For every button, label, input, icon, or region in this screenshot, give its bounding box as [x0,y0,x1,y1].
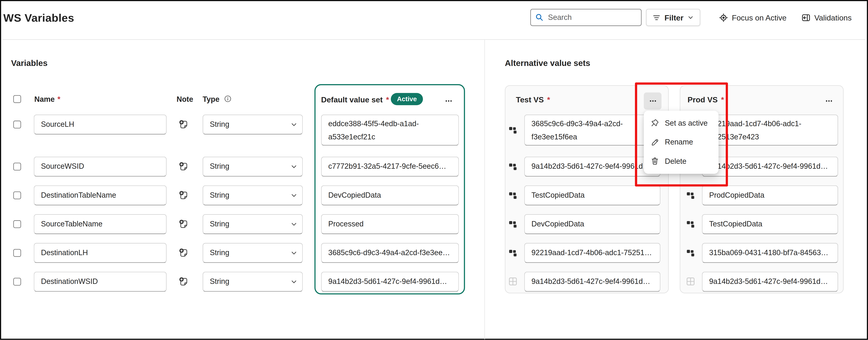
row-checkbox[interactable] [13,191,21,199]
header-divider [2,39,866,40]
add-note-icon[interactable] [179,120,188,129]
menu-item-set-as-active[interactable]: Set as active [644,114,718,132]
menu-item-rename[interactable]: Rename [644,132,718,152]
row-checkbox[interactable] [13,121,21,128]
type-select-value: String [210,162,229,171]
screenshot-stage: WS Variables Search Filter Focus on Acti… [0,0,868,340]
pencil-icon [650,137,659,147]
prod-vs-value-input[interactable]: 9a14b2d3-5d61-427c-9ef4-9961d… [702,272,838,291]
variable-name-input[interactable]: DestinationLH [34,243,166,263]
note-column-header: Note [177,95,193,103]
type-select-value: String [210,191,229,199]
focus-target-icon [719,13,728,22]
prod-vs-more-button[interactable] [823,96,835,105]
chevron-down-icon [291,221,297,227]
variable-set-icon [508,248,517,257]
default-value-input[interactable]: 9a14b2d3-5d61-427c-9ef4-9961d… [321,272,459,291]
prod-vs-value-input[interactable]: 92219aad-1cd7-4b06-adc1-752513e7e423 [702,115,838,146]
test-vs-value-input[interactable]: TestCopiedData [524,185,660,205]
default-value-set-title: Default value set* [321,95,389,104]
prod-vs-value-input[interactable]: ProdCopiedData [702,185,838,205]
variable-name-input[interactable]: SourceTableName [34,214,166,234]
value-set-context-menu: Set as active Rename Delete [644,111,718,174]
filter-icon [653,13,660,21]
name-required-mark: * [58,95,60,103]
menu-item-label: Delete [665,157,686,165]
focus-on-active-button[interactable]: Focus on Active [719,9,786,26]
test-vs-value-input[interactable]: DevCopiedData [524,214,660,234]
type-select[interactable]: String [203,243,303,263]
type-select[interactable]: String [203,157,303,177]
prod-vs-value-input[interactable]: 9a14b2d3-5d61-427c-9ef4-9961d… [702,157,838,177]
more-horizontal-icon [648,97,657,105]
default-value-input[interactable]: DevCopiedData [321,185,459,205]
test-vs-value-input[interactable]: 3685c9c6-d9c3-49a4-a2cd-f3e3ee15f6ea [524,115,660,146]
variable-name-input[interactable]: SourceWSID [34,157,166,177]
alternative-value-sets-heading: Alternative value sets [505,58,590,67]
prod-vs-value-input[interactable]: 315ba069-0431-4180-bf7a-84563… [702,243,838,263]
default-value-input[interactable]: 3685c9c6-d9c3-49a4-a2cd-f3e3ee… [321,243,459,263]
type-select-value: String [210,277,229,285]
default-value-set-more-button[interactable] [442,96,455,105]
add-note-icon[interactable] [179,219,188,228]
focus-on-active-label: Focus on Active [732,13,786,22]
prod-vs-title: Prod VS* [688,95,724,104]
row-checkbox[interactable] [13,163,21,170]
type-select[interactable]: String [203,272,303,291]
chevron-down-icon [291,121,297,128]
name-column-header: Name* [34,95,60,103]
menu-item-label: Set as active [665,119,708,127]
variable-name-input[interactable]: SourceLH [34,115,166,134]
pin-icon [650,119,659,127]
variable-set-icon [508,220,517,228]
add-note-icon[interactable] [179,190,188,200]
filter-button[interactable]: Filter [646,9,700,26]
prod-vs-value-input[interactable]: TestCopiedData [702,214,838,234]
validations-button[interactable]: Validations [802,9,851,26]
prod-vs-label: Prod VS [688,95,718,104]
validations-label: Validations [814,13,851,22]
page-title: WS Variables [3,11,74,24]
type-info-icon[interactable] [224,95,231,102]
variable-set-icon [508,162,517,171]
chevron-down-icon [291,278,297,285]
add-note-icon[interactable] [179,277,188,286]
test-vs-required-mark: * [547,95,550,104]
type-select[interactable]: String [203,115,303,134]
add-note-icon[interactable] [179,162,188,171]
grid-icon [508,277,517,285]
chevron-down-icon [291,250,297,256]
test-vs-title: Test VS* [516,95,550,104]
variable-set-icon [686,191,695,199]
variable-name-input[interactable]: DestinationTableName [34,185,166,205]
select-all-checkbox[interactable] [13,95,21,103]
add-note-icon[interactable] [179,248,188,257]
default-value-set-label: Default value set [321,95,382,104]
default-value-set-required-mark: * [386,95,389,104]
default-value-input[interactable]: eddce388-45f5-4edb-a1ad-a533e1ecf21c [321,115,459,146]
type-select[interactable]: String [203,214,303,234]
test-vs-value-input[interactable]: 9a14b2d3-5d61-427c-9ef4-9961d… [524,272,660,291]
type-select-value: String [210,220,229,228]
search-input[interactable]: Search [530,9,642,26]
validations-panel-icon [802,13,810,22]
trash-icon [650,157,659,165]
test-vs-more-button[interactable] [644,92,661,110]
row-checkbox[interactable] [13,220,21,228]
search-icon [535,13,544,22]
default-value-input[interactable]: c7772b91-32a5-4217-9cfe-5eec6… [321,157,459,177]
menu-item-label: Rename [665,138,693,146]
menu-item-delete[interactable]: Delete [644,152,718,171]
variable-name-input[interactable]: DestinationWSID [34,272,166,291]
row-checkbox[interactable] [13,249,21,257]
type-select[interactable]: String [203,185,303,205]
search-placeholder: Search [548,13,571,22]
chevron-down-icon [291,192,297,199]
test-vs-value-input[interactable]: 9a14b2d3-5d61-427c-9ef4-9961d… [524,157,660,177]
name-column-label: Name [34,95,55,103]
default-value-input[interactable]: Processed [321,214,459,234]
test-vs-value-input[interactable]: 92219aad-1cd7-4b06-adc1-75251… [524,243,660,263]
row-checkbox[interactable] [13,278,21,285]
variable-set-icon [508,126,517,134]
panel-divider [485,40,485,339]
